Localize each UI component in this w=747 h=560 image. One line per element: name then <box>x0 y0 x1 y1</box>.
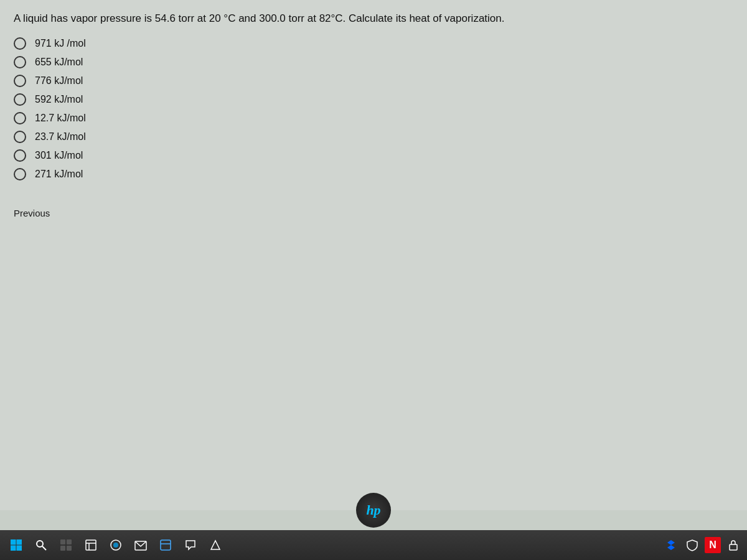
radio-circle <box>14 112 26 124</box>
svg-line-5 <box>42 546 46 550</box>
shield-icon[interactable] <box>684 536 701 554</box>
svg-rect-8 <box>60 546 65 551</box>
dropbox-icon[interactable] <box>662 536 680 554</box>
svg-rect-19 <box>730 544 737 550</box>
radio-circle <box>14 75 26 87</box>
option-label: 971 kJ /mol <box>35 38 86 49</box>
option-item-opt7[interactable]: 301 kJ/mol <box>14 149 733 162</box>
svg-rect-2 <box>11 546 16 551</box>
svg-point-14 <box>113 543 118 548</box>
radio-circle <box>14 149 26 162</box>
main-content: A liquid has vapor pressure is 54.6 torr… <box>0 0 747 510</box>
hp-logo: hp <box>356 493 391 528</box>
option-item-opt2[interactable]: 655 kJ/mol <box>14 56 733 68</box>
taskbar-app6-icon[interactable] <box>179 534 202 556</box>
radio-circle <box>14 131 26 143</box>
svg-rect-6 <box>60 539 65 544</box>
option-item-opt4[interactable]: 592 kJ/mol <box>14 93 733 106</box>
options-list: 971 kJ /mol655 kJ/mol776 kJ/mol592 kJ/mo… <box>14 37 733 180</box>
svg-point-4 <box>37 541 43 547</box>
taskbar-right: N <box>662 536 742 554</box>
option-item-opt3[interactable]: 776 kJ/mol <box>14 75 733 87</box>
svg-rect-0 <box>11 539 16 545</box>
windows-start-icon[interactable] <box>5 534 27 556</box>
radio-circle <box>14 168 26 180</box>
radio-circle <box>14 56 26 68</box>
option-item-opt1[interactable]: 971 kJ /mol <box>14 37 733 50</box>
option-item-opt6[interactable]: 23.7 kJ/mol <box>14 131 733 143</box>
svg-rect-10 <box>86 540 96 550</box>
netflix-icon[interactable]: N <box>705 537 721 553</box>
taskbar: N <box>0 530 747 560</box>
taskbar-app4-icon[interactable] <box>129 534 152 556</box>
radio-circle <box>14 37 26 50</box>
lock-icon[interactable] <box>725 536 742 554</box>
option-label: 592 kJ/mol <box>35 94 83 105</box>
option-label: 271 kJ/mol <box>35 169 83 180</box>
option-item-opt5[interactable]: 12.7 kJ/mol <box>14 112 733 124</box>
option-label: 23.7 kJ/mol <box>35 131 86 142</box>
svg-marker-18 <box>667 540 675 550</box>
svg-rect-9 <box>67 546 72 551</box>
taskbar-app1-icon[interactable] <box>55 534 77 556</box>
taskbar-app7-icon[interactable] <box>204 534 227 556</box>
svg-rect-7 <box>67 539 72 544</box>
option-label: 776 kJ/mol <box>35 75 83 86</box>
svg-rect-1 <box>17 539 22 545</box>
taskbar-app5-icon[interactable] <box>154 534 177 556</box>
search-icon[interactable] <box>30 534 52 556</box>
option-label: 12.7 kJ/mol <box>35 113 86 124</box>
svg-rect-3 <box>17 546 22 551</box>
option-label: 655 kJ/mol <box>35 57 83 68</box>
radio-circle <box>14 93 26 106</box>
hp-logo-area: hp <box>352 492 395 529</box>
option-label: 301 kJ/mol <box>35 150 83 161</box>
taskbar-app2-icon[interactable] <box>80 534 102 556</box>
taskbar-app3-icon[interactable] <box>105 534 127 556</box>
previous-button[interactable]: Previous <box>14 205 50 221</box>
question-text: A liquid has vapor pressure is 54.6 torr… <box>14 11 733 26</box>
option-item-opt8[interactable]: 271 kJ/mol <box>14 168 733 180</box>
svg-rect-16 <box>161 540 171 550</box>
